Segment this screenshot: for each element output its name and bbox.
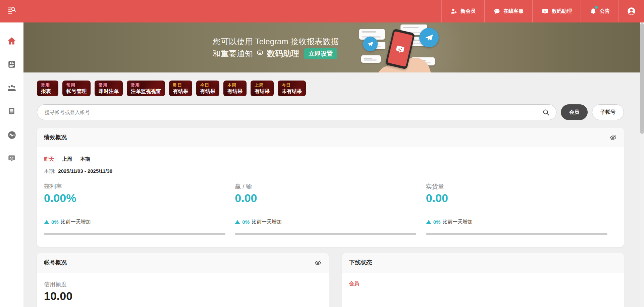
performance-card-title: 绩效概况	[44, 134, 67, 141]
credit-limit-label: 信用额度	[44, 280, 322, 288]
nav-item-label: 公告	[600, 8, 610, 14]
dashboard-page: 新会员 在线客服 数码助理	[0, 0, 644, 307]
badge-top-label: 常用	[41, 82, 54, 88]
badge-bottom-label: 有结果	[255, 88, 270, 94]
banner-text: 您可以使用 Telegram 接收报表数据 和重要通知 数码助理	[213, 36, 339, 59]
sidebar-item-home[interactable]	[0, 30, 23, 53]
member-filter-button[interactable]: 会员	[561, 104, 588, 120]
increase-arrow-icon	[44, 220, 49, 224]
tab-current-period[interactable]: 本期	[80, 156, 90, 162]
activity-pulse-icon	[7, 131, 16, 141]
nav-item-label: 在线客服	[503, 8, 524, 14]
badge-bottom-label: 帐号管理	[66, 88, 87, 94]
scrollbar-thumb[interactable]	[640, 23, 644, 134]
account-overview-card: 帐号概况 信用额度 10.00	[37, 253, 329, 307]
sidebar-item-activity[interactable]	[0, 124, 23, 147]
metric-value: 0.00	[235, 191, 426, 205]
delta-text: 比前一天增加	[61, 219, 91, 225]
metric-value: 0.00%	[44, 191, 235, 205]
quick-link-yesterday-results[interactable]: 昨日 有结果	[169, 81, 192, 96]
scrollbar	[640, 22, 644, 307]
user-add-icon	[450, 8, 458, 15]
menu-toggle-button[interactable]	[0, 0, 23, 22]
quick-link-reports[interactable]: 常用 报表	[37, 81, 58, 96]
badge-bottom-label: 未有结果	[282, 88, 302, 94]
badge-top-label: 昨日	[173, 82, 188, 88]
badge-top-label: 本周	[227, 82, 243, 88]
metric-progress-bar	[235, 233, 416, 235]
tab-last-week[interactable]: 上周	[62, 156, 72, 162]
badge-bottom-label: 即时注单	[99, 88, 119, 94]
badge-bottom-label: 有结果	[227, 88, 243, 94]
credit-limit-value: 10.00	[44, 290, 322, 303]
home-icon	[7, 36, 16, 47]
account-menu-button[interactable]	[619, 0, 644, 22]
sidebar-item-assistant[interactable]	[0, 147, 23, 171]
badge-top-label: 常用	[131, 82, 161, 88]
badge-top-label: 今日	[282, 82, 302, 88]
nav-item-digital-assistant[interactable]: 数码助理	[532, 0, 581, 22]
banner-line2-prefix: 和重要通知	[213, 48, 253, 59]
telegram-banner[interactable]: 您可以使用 Telegram 接收报表数据 和重要通知 数码助理	[23, 22, 644, 72]
period-value: 2025/11/03 - 2025/11/30	[58, 168, 112, 174]
left-sidebar	[0, 22, 23, 307]
telegram-plane-icon	[363, 37, 378, 51]
metric-label: 获利率	[44, 183, 235, 191]
quick-link-bet-monitor[interactable]: 常用 注单监视视窗	[127, 81, 165, 96]
metric-progress-bar	[426, 233, 607, 235]
quick-link-week-results[interactable]: 本周 有结果	[223, 81, 247, 96]
setup-now-button[interactable]: 立即设置	[304, 48, 337, 59]
eye-off-icon[interactable]	[609, 134, 617, 141]
telegram-plane-icon	[419, 28, 439, 47]
top-navbar: 新会员 在线客服 数码助理	[0, 0, 644, 22]
badge-bottom-label: 注单监视视窗	[131, 88, 161, 94]
sidebar-item-reports[interactable]	[0, 53, 23, 77]
tab-yesterday[interactable]: 昨天	[44, 156, 54, 162]
downline-member-label[interactable]: 会员	[349, 280, 617, 287]
search-icon[interactable]	[542, 109, 550, 116]
eye-off-icon[interactable]	[314, 259, 322, 266]
quick-links-row: 常用 报表 常用 帐号管理 常用 即时注单 常用 注单监视视窗	[37, 81, 624, 96]
bell-icon	[590, 8, 597, 15]
chat-card-graphic	[361, 55, 381, 63]
nav-item-announcements[interactable]: 公告	[581, 0, 619, 22]
delta-text: 比前一天增加	[252, 219, 282, 225]
quick-link-today-no-results[interactable]: 今日 未有结果	[278, 81, 306, 96]
robot-assistant-icon	[7, 154, 16, 164]
badge-bottom-label: 有结果	[200, 88, 215, 94]
banner-line1: 您可以使用 Telegram 接收报表数据	[213, 36, 339, 47]
increase-arrow-icon	[426, 220, 431, 224]
order-list-icon	[7, 107, 16, 117]
search-row: 会员 子帐号	[37, 104, 624, 120]
downline-card-title: 下线状态	[349, 259, 372, 266]
quick-link-today-results[interactable]: 今日 有结果	[196, 81, 219, 96]
delta-text: 比前一天增加	[442, 219, 473, 225]
list-search-icon	[7, 6, 16, 16]
sidebar-item-orders[interactable]	[0, 100, 23, 124]
quick-link-account-management[interactable]: 常用 帐号管理	[62, 81, 91, 96]
notification-dot	[595, 6, 598, 9]
quick-link-lastweek-results[interactable]: 上周 有结果	[251, 81, 274, 96]
nav-item-label: 新会员	[461, 8, 476, 14]
account-search-input[interactable]	[37, 104, 556, 120]
subaccount-filter-button[interactable]: 子帐号	[592, 104, 624, 120]
sidebar-item-agents[interactable]	[0, 77, 23, 100]
nav-item-new-member[interactable]: 新会员	[441, 0, 484, 22]
banner-assistant-name: 数码助理	[267, 48, 299, 59]
metric-progress-bar	[44, 233, 225, 235]
increase-arrow-icon	[235, 220, 240, 224]
badge-bottom-label: 有结果	[173, 88, 188, 94]
quick-link-live-bets[interactable]: 常用 即时注单	[95, 81, 123, 96]
badge-top-label: 今日	[200, 82, 215, 88]
account-card-title: 帐号概况	[44, 259, 67, 266]
performance-period-tabs: 昨天 上周 本期	[44, 156, 617, 162]
nav-item-live-support[interactable]: 在线客服	[484, 0, 532, 22]
metric-win-loss: 赢 / 输 0.00 0% 比前一天增加	[235, 183, 426, 235]
metric-label: 赢 / 输	[235, 183, 426, 191]
delta-value: 0%	[433, 219, 441, 225]
robot-icon	[256, 48, 264, 59]
badge-top-label: 上周	[255, 82, 270, 88]
metrics-row: 获利率 0.00% 0% 比前一天增加 赢 / 输	[44, 183, 617, 235]
period-range: 本期: 2025/11/03 - 2025/11/30	[44, 168, 617, 174]
badge-top-label: 常用	[99, 82, 119, 88]
